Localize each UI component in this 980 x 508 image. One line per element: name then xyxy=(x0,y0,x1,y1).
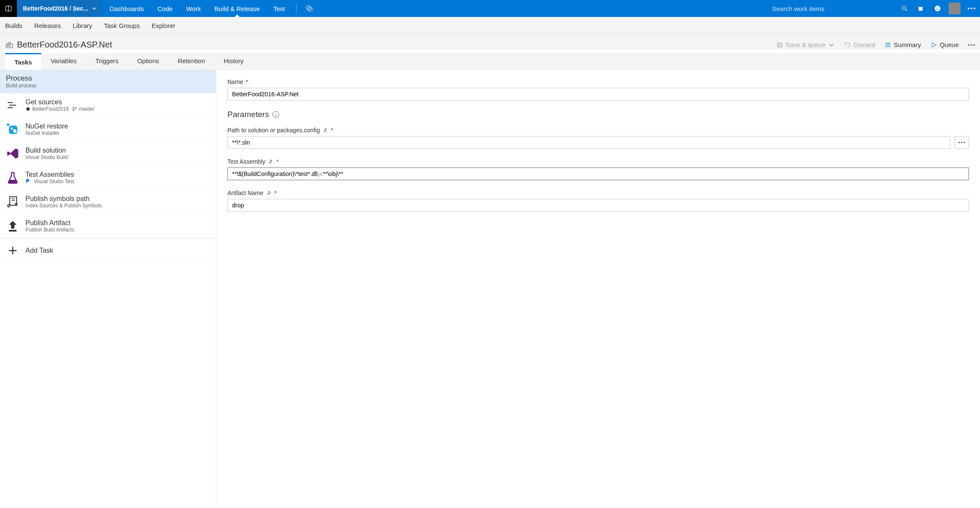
tab-triggers[interactable]: Triggers xyxy=(86,53,128,70)
svg-point-7 xyxy=(974,8,975,9)
nav-tab-test[interactable]: Test xyxy=(266,0,292,17)
hub-sub-nav: Builds Releases Library Task Groups Expl… xyxy=(0,17,980,35)
save-queue-button[interactable]: Save & queue xyxy=(776,41,835,48)
marketplace-icon[interactable] xyxy=(912,0,929,17)
nav-tab-dashboards[interactable]: Dashboards xyxy=(103,0,151,17)
search-icon xyxy=(901,5,908,12)
svg-point-27 xyxy=(11,128,13,130)
tab-options[interactable]: Options xyxy=(128,53,168,70)
tab-variables[interactable]: Variables xyxy=(41,53,86,70)
discard-button[interactable]: Discard xyxy=(844,41,875,48)
solution-path-input[interactable] xyxy=(227,136,950,149)
task-list-pane: Process Build process Get sources Better… xyxy=(0,70,216,505)
svg-point-22 xyxy=(73,107,74,109)
test-assembly-input[interactable] xyxy=(227,167,969,180)
svg-point-17 xyxy=(971,44,972,45)
add-task-button[interactable]: Add Task xyxy=(0,238,216,263)
test-assembly-label: Test Assembly xyxy=(227,158,265,165)
subnav-releases[interactable]: Releases xyxy=(34,22,61,29)
nav-tab-code[interactable]: Code xyxy=(151,0,179,17)
more-menu-icon[interactable] xyxy=(963,0,980,17)
svg-point-16 xyxy=(968,44,969,45)
svg-point-3 xyxy=(936,8,937,8)
name-input[interactable] xyxy=(227,88,969,100)
task-subtitle: Visual Studio Build xyxy=(25,154,68,160)
repo-icon xyxy=(25,106,31,112)
tab-tasks[interactable]: Tasks xyxy=(5,53,41,70)
svg-rect-25 xyxy=(9,126,17,134)
name-label: Name xyxy=(227,78,243,85)
link-icon[interactable] xyxy=(268,159,274,165)
task-nuget-restore[interactable]: NuGet restore NuGet Installer xyxy=(0,117,216,142)
svg-point-5 xyxy=(968,8,969,9)
publish-symbols-icon xyxy=(6,195,20,209)
summary-button[interactable]: Summary xyxy=(885,41,921,48)
search-work-items[interactable] xyxy=(768,5,912,12)
svg-point-18 xyxy=(974,44,975,45)
tab-history[interactable]: History xyxy=(214,53,253,70)
artifact-name-input[interactable] xyxy=(227,199,969,212)
nav-tab-work[interactable]: Work xyxy=(179,0,208,17)
required-indicator: * xyxy=(331,127,333,134)
queue-button[interactable]: Queue xyxy=(930,41,959,48)
task-title: Build solution xyxy=(25,147,68,154)
svg-point-6 xyxy=(971,8,972,9)
subnav-builds[interactable]: Builds xyxy=(5,22,22,29)
flag-icon xyxy=(25,179,31,184)
required-indicator: * xyxy=(274,190,277,196)
svg-point-26 xyxy=(7,123,9,126)
project-selector[interactable]: BetterFood2016 / Sec... xyxy=(17,0,103,17)
publish-artifact-icon xyxy=(6,219,20,233)
task-publish-artifact[interactable]: Publish Artifact Publish Build Artifacts xyxy=(0,214,216,238)
plus-icon xyxy=(6,244,20,257)
task-title: Get sources xyxy=(25,98,95,106)
add-task-label: Add Task xyxy=(25,247,53,254)
nav-divider xyxy=(296,3,297,14)
sources-icon xyxy=(6,98,20,112)
artifact-name-label: Artifact Name xyxy=(227,190,263,196)
svg-point-28 xyxy=(13,129,17,133)
task-test-assemblies[interactable]: Test Assemblies Visual Studio Test xyxy=(0,166,216,190)
task-title: Test Assemblies xyxy=(25,171,74,179)
branch-icon xyxy=(72,106,77,112)
task-subtitle: NuGet Installer xyxy=(25,130,68,136)
definition-title: BetterFood2016-ASP.Net xyxy=(17,40,112,50)
task-title: Publish Artifact xyxy=(25,219,74,227)
subnav-task-groups[interactable]: Task Groups xyxy=(104,22,140,29)
required-indicator: * xyxy=(246,78,248,85)
svg-rect-33 xyxy=(9,230,17,232)
svg-line-1 xyxy=(905,9,907,11)
process-subtitle: Build process xyxy=(6,83,210,89)
process-details-pane: Name * Parameters i Path to solution or … xyxy=(216,70,980,505)
more-actions-icon[interactable] xyxy=(968,42,975,48)
svg-rect-9 xyxy=(7,45,8,46)
svg-rect-10 xyxy=(9,45,10,46)
solution-label: Path to solution or packages.config xyxy=(227,127,320,134)
settings-gear-icon[interactable] xyxy=(301,0,318,17)
parameters-heading: Parameters xyxy=(227,110,269,119)
top-nav: BetterFood2016 / Sec... Dashboards Code … xyxy=(0,0,980,17)
task-subtitle: Visual Studio Test xyxy=(25,179,74,184)
task-build-solution[interactable]: Build solution Visual Studio Build xyxy=(0,142,216,166)
nav-tab-build-release[interactable]: Build & Release xyxy=(208,0,267,17)
browse-solution-button[interactable] xyxy=(955,136,969,149)
feedback-smile-icon[interactable] xyxy=(929,0,946,17)
link-icon[interactable] xyxy=(322,127,328,133)
task-get-sources[interactable]: Get sources BetterFood2016 master xyxy=(0,93,216,117)
chevron-down-icon xyxy=(92,6,97,11)
tab-retention[interactable]: Retention xyxy=(168,53,214,70)
info-icon[interactable]: i xyxy=(272,111,279,118)
subnav-explorer[interactable]: Explorer xyxy=(151,22,175,29)
user-avatar[interactable] xyxy=(946,0,963,17)
process-node[interactable]: Process Build process xyxy=(0,70,216,93)
visual-studio-icon xyxy=(6,147,20,160)
title-bar: BetterFood2016-ASP.Net Save & queue Disc… xyxy=(0,35,980,50)
definition-tabs: Tasks Variables Triggers Options Retenti… xyxy=(0,53,980,70)
task-publish-symbols[interactable]: Publish symbols path Index Sources & Pub… xyxy=(0,190,216,214)
vsts-logo[interactable] xyxy=(0,0,17,17)
link-icon[interactable] xyxy=(266,190,272,196)
subnav-library[interactable]: Library xyxy=(73,22,92,29)
svg-point-36 xyxy=(958,142,960,143)
main-content: Process Build process Get sources Better… xyxy=(0,70,980,505)
search-input[interactable] xyxy=(772,5,901,12)
